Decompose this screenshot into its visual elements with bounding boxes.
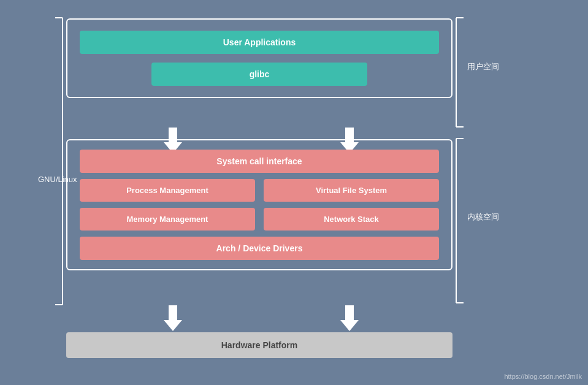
arrow-hw-left-down [164,305,182,331]
network-stack-box: Network Stack [264,208,439,231]
syscall-box: System call interface [80,150,439,173]
kernel-row-2: Memory Management Network Stack [80,208,439,231]
process-mgmt-box: Process Management [80,179,255,202]
kernel-space-bracket [455,138,465,303]
kernel-space-section: System call interface Process Management… [66,139,452,270]
page: GNU/Linux 用户空间 内核空间 User Applications gl… [0,0,588,385]
user-space-bracket [455,17,465,128]
svg-marker-14 [164,320,182,331]
arch-drivers-box: Arch / Device Drivers [80,237,439,260]
glibc-box: glibc [151,63,367,86]
kernel-space-label: 内核空间 [467,212,499,223]
user-space-section: User Applications glibc [66,18,452,98]
user-space-label: 用户空间 [467,61,499,72]
svg-rect-15 [345,305,354,320]
arrow-hw-right-down [340,305,359,331]
svg-rect-13 [169,305,177,320]
virtual-fs-box: Virtual File System [264,179,439,202]
hardware-section: Hardware Platform [66,332,452,358]
svg-marker-16 [340,320,359,331]
kernel-row-1: Process Management Virtual File System [80,179,439,202]
watermark: https://blog.csdn.net/Jmilk [504,373,582,380]
hardware-box: Hardware Platform [66,332,452,358]
user-apps-box: User Applications [80,31,439,54]
memory-mgmt-box: Memory Management [80,208,255,231]
gnu-linux-bracket [54,17,64,305]
